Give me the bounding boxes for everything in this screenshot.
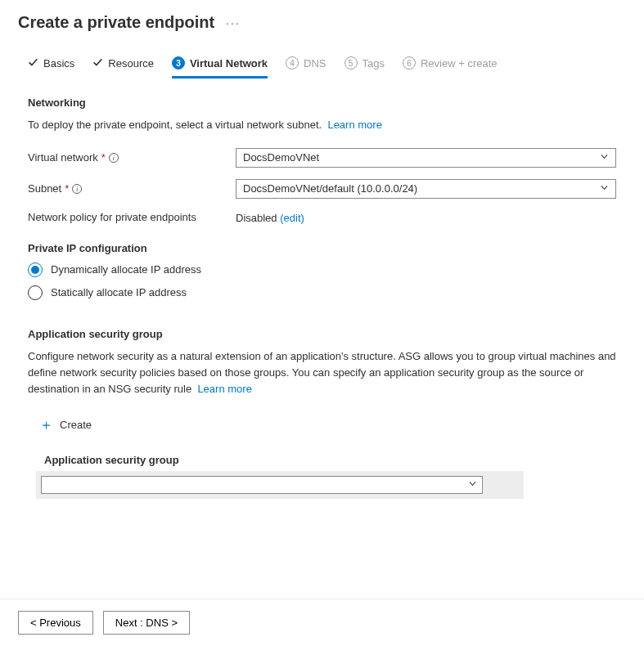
network-policy-row: Network policy for private endpoints Dis… bbox=[28, 210, 616, 224]
check-icon bbox=[92, 56, 103, 70]
content-area: Networking To deploy the private endpoin… bbox=[0, 79, 644, 507]
tab-virtual-network[interactable]: 3 Virtual Network bbox=[172, 56, 268, 79]
dropdown-value: DocsDemoVNet/default (10.0.0.0/24) bbox=[243, 182, 417, 195]
wizard-footer: < Previous Next : DNS > bbox=[0, 599, 644, 646]
chevron-down-icon bbox=[468, 478, 477, 491]
asg-section: Application security group Configure net… bbox=[28, 328, 616, 499]
info-icon[interactable]: i bbox=[109, 153, 119, 163]
required-indicator: * bbox=[65, 182, 69, 195]
tab-label: Virtual Network bbox=[190, 57, 268, 70]
asg-dropdown[interactable] bbox=[41, 476, 483, 494]
page-title: Create a private endpoint bbox=[18, 13, 214, 32]
step-number-badge: 3 bbox=[172, 56, 185, 70]
network-policy-label: Network policy for private endpoints bbox=[28, 211, 236, 223]
tab-basics[interactable]: Basics bbox=[28, 56, 74, 79]
asg-table: Application security group bbox=[36, 449, 524, 499]
network-policy-edit-link[interactable]: (edit) bbox=[280, 212, 304, 224]
step-number-badge: 6 bbox=[403, 56, 416, 70]
radio-dynamic-ip[interactable]: Dynamically allocate IP address bbox=[28, 262, 616, 277]
page-header: Create a private endpoint ··· bbox=[0, 0, 644, 40]
wizard-tabs: Basics Resource 3 Virtual Network 4 DNS … bbox=[0, 40, 644, 79]
tab-review-create[interactable]: 6 Review + create bbox=[403, 56, 498, 79]
ipconfig-title: Private IP configuration bbox=[28, 242, 616, 254]
radio-button-icon bbox=[28, 285, 43, 300]
subnet-label: Subnet * i bbox=[28, 182, 236, 195]
virtual-network-label: Virtual network * i bbox=[28, 151, 236, 164]
tab-label: Tags bbox=[363, 57, 385, 70]
virtual-network-dropdown[interactable]: DocsDemoVNet bbox=[236, 148, 616, 168]
tab-label: Resource bbox=[108, 57, 154, 70]
networking-desc: To deploy the private endpoint, select a… bbox=[28, 117, 616, 133]
next-button[interactable]: Next : DNS > bbox=[103, 611, 190, 635]
subnet-row: Subnet * i DocsDemoVNet/default (10.0.0.… bbox=[28, 179, 616, 199]
asg-create-label: Create bbox=[60, 419, 92, 431]
radio-label: Statically allocate IP address bbox=[51, 286, 187, 298]
tab-label: Basics bbox=[43, 57, 74, 70]
radio-button-icon bbox=[28, 262, 43, 277]
tab-resource[interactable]: Resource bbox=[92, 56, 154, 79]
asg-select-row bbox=[36, 471, 524, 499]
plus-icon: ＋ bbox=[39, 415, 53, 434]
virtual-network-row: Virtual network * i DocsDemoVNet bbox=[28, 148, 616, 168]
chevron-down-icon bbox=[600, 182, 609, 195]
step-number-badge: 4 bbox=[286, 56, 299, 70]
networking-learn-more-link[interactable]: Learn more bbox=[327, 119, 381, 131]
radio-static-ip[interactable]: Statically allocate IP address bbox=[28, 285, 616, 300]
subnet-dropdown[interactable]: DocsDemoVNet/default (10.0.0.0/24) bbox=[236, 179, 616, 199]
networking-title: Networking bbox=[28, 96, 616, 109]
info-icon[interactable]: i bbox=[72, 184, 82, 194]
asg-title: Application security group bbox=[28, 328, 616, 340]
asg-create-button[interactable]: ＋ Create bbox=[36, 412, 95, 437]
tab-label: DNS bbox=[304, 57, 326, 70]
previous-button[interactable]: < Previous bbox=[18, 611, 93, 635]
tab-dns[interactable]: 4 DNS bbox=[286, 56, 326, 79]
asg-column-header: Application security group bbox=[36, 449, 524, 471]
dropdown-value: DocsDemoVNet bbox=[243, 151, 319, 164]
asg-learn-more-link[interactable]: Learn more bbox=[197, 383, 251, 395]
step-number-badge: 5 bbox=[345, 56, 358, 70]
tab-tags[interactable]: 5 Tags bbox=[345, 56, 385, 79]
radio-label: Dynamically allocate IP address bbox=[51, 263, 201, 276]
chevron-down-icon bbox=[600, 151, 609, 164]
tab-label: Review + create bbox=[421, 57, 498, 70]
more-actions-icon[interactable]: ··· bbox=[226, 16, 241, 29]
check-icon bbox=[28, 56, 38, 70]
asg-desc: Configure network security as a natural … bbox=[28, 348, 616, 397]
network-policy-value: Disabled (edit) bbox=[236, 210, 616, 224]
required-indicator: * bbox=[101, 151, 106, 164]
